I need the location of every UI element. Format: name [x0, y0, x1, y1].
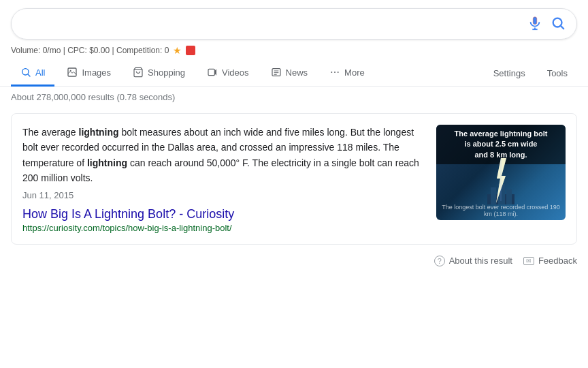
seo-bar: Volume: 0/mo | CPC: $0.00 | Competition:… [0, 44, 588, 60]
tab-all[interactable]: All [11, 60, 54, 87]
tab-news[interactable]: News [261, 60, 318, 87]
news-tab-icon [271, 67, 282, 78]
about-result-icon: ? [434, 256, 445, 266]
tools-button[interactable]: Tools [538, 61, 577, 85]
svg-rect-22 [506, 189, 512, 204]
microphone-icon[interactable] [527, 16, 542, 33]
nav-right: Settings Tools [484, 61, 577, 85]
search-bar: how big is lightning [11, 8, 577, 40]
search-input[interactable]: how big is lightning [22, 17, 527, 31]
shopping-tab-icon [133, 67, 144, 78]
feedback-button[interactable]: ✉ Feedback [523, 256, 577, 266]
lightning-bolt-graphic [487, 157, 514, 206]
tab-videos[interactable]: Videos [197, 60, 259, 87]
tab-images[interactable]: Images [57, 60, 120, 87]
result-card: The average lightning bolt measures abou… [11, 113, 577, 245]
result-image[interactable]: The average lightning bolt is about 2.5 … [436, 125, 566, 220]
search-bar-container: how big is lightning [0, 0, 588, 44]
feedback-label: Feedback [538, 256, 577, 266]
about-result-button[interactable]: ? About this result [434, 256, 512, 266]
about-result-label: About this result [449, 256, 512, 266]
seo-metrics: Volume: 0/mo | CPC: $0.00 | Competition:… [11, 46, 169, 55]
tab-more[interactable]: More [320, 60, 374, 87]
svg-point-17 [334, 72, 336, 73]
result-url: https://curiosity.com/topics/how-big-is-… [22, 223, 425, 233]
image-caption: The longest bolt ever recorded crossed 1… [436, 204, 566, 217]
tab-images-label: Images [82, 67, 111, 78]
tab-more-label: More [344, 67, 365, 78]
more-tab-icon [329, 67, 340, 78]
results-count: About 278,000,000 results (0.78 seconds) [0, 87, 588, 108]
feedback-icon: ✉ [523, 257, 534, 265]
svg-line-6 [28, 74, 30, 76]
tab-news-label: News [286, 67, 308, 78]
svg-rect-20 [491, 187, 496, 204]
tab-shopping[interactable]: Shopping [123, 60, 195, 87]
tab-all-label: All [35, 67, 45, 78]
settings-button[interactable]: Settings [484, 61, 535, 85]
images-tab-icon [67, 67, 78, 78]
tab-shopping-label: Shopping [148, 67, 185, 78]
svg-line-4 [561, 26, 564, 29]
result-title-link[interactable]: How Big Is A Lightning Bolt? - Curiosity [22, 207, 425, 221]
search-icons [527, 16, 566, 33]
all-tab-icon [20, 67, 31, 78]
svg-rect-0 [533, 16, 537, 24]
result-text-column: The average lightning bolt measures abou… [22, 125, 425, 233]
result-snippet: The average lightning bolt measures abou… [22, 125, 425, 186]
svg-rect-10 [208, 69, 214, 75]
svg-point-18 [338, 72, 339, 73]
search-submit-icon[interactable] [551, 16, 566, 33]
svg-point-16 [331, 72, 332, 73]
videos-tab-icon [207, 67, 218, 78]
tab-videos-label: Videos [222, 67, 249, 78]
star-icon[interactable]: ★ [173, 45, 182, 56]
result-date: Jun 11, 2015 [22, 190, 425, 200]
red-square-icon[interactable] [186, 46, 195, 55]
result-image-column: The average lightning bolt is about 2.5 … [436, 125, 566, 233]
nav-tabs: All Images Shopping Videos [0, 60, 588, 87]
result-footer: ? About this result ✉ Feedback [0, 250, 588, 272]
